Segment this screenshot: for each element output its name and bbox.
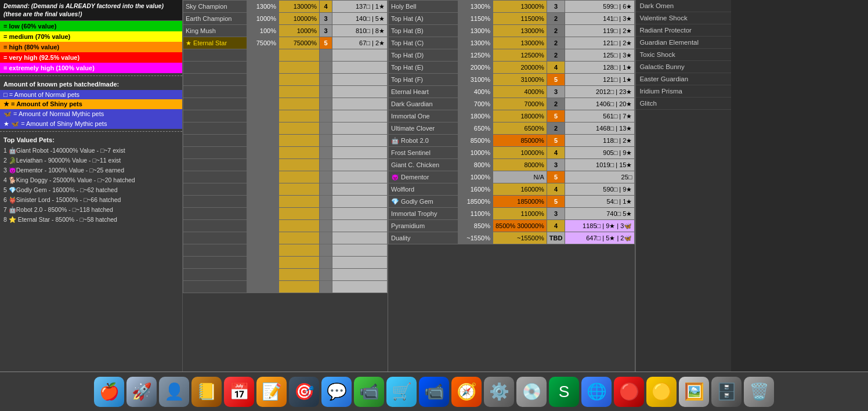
normal-icon: □ [3, 91, 8, 98]
dock-launchpad[interactable]: 🚀 [126, 377, 157, 407]
demand-header: Demand: (Demand is ALREADY factored into… [0, 0, 182, 21]
dock-contacts[interactable]: 👤 [159, 377, 189, 407]
pet-name: 💎 Godly Gem [389, 196, 458, 208]
empty-row [183, 183, 388, 196]
pet-name: Ultimate Clover [389, 122, 458, 135]
table-row: Earth Champion1000%10000%3140□ | 5★ [183, 13, 388, 25]
counts-cell: 25□ [565, 171, 635, 183]
pct1: 7500% [247, 37, 279, 49]
right-pets-list: Dark OmenValentine ShockRadiant Protecto… [636, 0, 731, 110]
pet-name: Top Hat (C) [389, 37, 458, 49]
demand-cell: 4 [320, 1, 332, 13]
legend-medium: = medium (70% value) [0, 31, 182, 42]
pet-name: 🤖 Robot 2.0 [389, 135, 458, 147]
counts-cell: 54□ | 1★ [565, 196, 635, 208]
dock-notes[interactable]: 📒 [191, 377, 222, 407]
empty-row [183, 171, 388, 183]
pct2: 13000% [493, 25, 547, 37]
table-row: Eternal Heart400%4000%32012□ | 23★ [389, 86, 635, 98]
dock-chrome[interactable]: 🌐 [581, 377, 612, 407]
right-pet-name: Glitch [636, 98, 731, 110]
counts-cell: 740□ 5★ [565, 208, 635, 220]
pct1: 1300% [458, 25, 493, 37]
pet-name: Eternal Heart [389, 86, 458, 98]
dock-zoom[interactable]: 📹 [419, 377, 449, 407]
dock-preview[interactable]: 🖼️ [679, 377, 709, 407]
counts-cell: 140□ | 5★ [332, 13, 388, 25]
dock-calendar[interactable]: 📅 [224, 377, 254, 407]
table-row: Duality~1550%~15500%TBD647□ | 5★ | 2🦋 [389, 232, 635, 244]
table-row: Top Hat (D)1250%12500%2125□ | 3★ [389, 49, 635, 62]
legend-shiny-mythic: ★ 🦋 = Amount of Shiny Mythic pets [0, 119, 182, 129]
content-wrapper: Demand: (Demand is ALREADY factored into… [0, 0, 868, 372]
counts-cell: 121□ | 2★ [565, 37, 635, 49]
dock-messages[interactable]: 💬 [321, 377, 352, 407]
pet-name: Top Hat (D) [389, 49, 458, 62]
right-sidebar: Dark OmenValentine ShockRadiant Protecto… [635, 0, 731, 372]
table-row: 💎 Godly Gem18500%185000%554□ | 1★ [389, 196, 635, 208]
demand-cell: 4 [547, 147, 565, 159]
dock-finder2[interactable]: 🗄️ [711, 377, 742, 407]
dock-dvd[interactable]: 💿 [516, 377, 547, 407]
normal-label: = Amount of Normal pets [9, 91, 79, 98]
table-row: Immortal One1800%18000%5561□ | 7★ [389, 110, 635, 122]
dock-safari[interactable]: 🧭 [451, 377, 482, 407]
counts-cell: 1406□ | 20★ [565, 98, 635, 110]
table-row: Top Hat (C)1300%13000%2121□ | 2★ [389, 37, 635, 49]
pct2: 31000% [493, 74, 547, 86]
dock-facetime[interactable]: 📹 [354, 377, 384, 407]
demand-cell: 5 [320, 37, 332, 49]
dock-slack[interactable]: S [549, 377, 579, 407]
dock-appstore[interactable]: 🛒 [386, 377, 417, 407]
legend-shiny: ★ = Amount of Shiny pets [0, 99, 182, 109]
pet-name: Top Hat (E) [389, 62, 458, 74]
counts-cell: 590□ | 9★ [565, 183, 635, 196]
empty-row [183, 74, 388, 86]
pet-name: ★ Eternal Star [183, 37, 247, 49]
empty-row [183, 98, 388, 110]
dock-finder[interactable]: 🍎 [94, 377, 124, 407]
dock-opera[interactable]: 🔴 [614, 377, 644, 407]
demand-cell: 5 [547, 135, 565, 147]
demand-cell: 2 [547, 13, 565, 25]
table-row: Holy Bell1300%13000%3599□ | 6★ [389, 1, 635, 13]
counts-cell: 647□ | 5★ | 2🦋 [565, 232, 635, 244]
pet-name: Top Hat (A) [389, 13, 458, 25]
pct1: 650% [458, 122, 493, 135]
pct1: 8500% [458, 135, 493, 147]
pct1: 1800% [458, 110, 493, 122]
right-pet-name: Dark Omen [636, 0, 731, 12]
table-row: 🤖 Robot 2.08500%85000%5118□ | 2★ [389, 135, 635, 147]
pct1: 1150% [458, 13, 493, 25]
amount-header: Amount of known pets hatched/made: [0, 78, 182, 90]
pct2: 10000% [279, 13, 320, 25]
counts-cell: 1185□ | 9★ | 3🦋 [565, 220, 635, 232]
empty-row [183, 122, 388, 135]
table-row: Top Hat (F)3100%31000%5121□ | 1★ [389, 74, 635, 86]
table-row: Top Hat (A)1150%11500%2141□ | 3★ [389, 13, 635, 25]
demand-cell: 2 [547, 98, 565, 110]
pct1: 800% [458, 159, 493, 171]
dock-trash[interactable]: 🗑️ [744, 377, 774, 407]
top-valued-item: 2 🐊Leviathan - 90000% Value - □~11 exist [0, 156, 182, 165]
dock-reminders[interactable]: 🎯 [289, 377, 319, 407]
dock-mining[interactable]: 🟡 [646, 377, 677, 407]
pet-name: Top Hat (F) [389, 74, 458, 86]
dock-sysprefs[interactable]: ⚙️ [484, 377, 514, 407]
pct2: 12500% [493, 49, 547, 62]
pet-name: Earth Champion [183, 13, 247, 25]
pct1: 1000% [247, 13, 279, 25]
pct1: 1000% [458, 171, 493, 183]
empty-row [183, 159, 388, 171]
pet-name: Immortal Trophy [389, 208, 458, 220]
pct2: 10000% [493, 147, 547, 159]
pct2: 85000% [493, 135, 547, 147]
shiny-mythic-label: = Amount of Shiny Mythic pets [21, 120, 107, 127]
pet-name: Immortal One [389, 110, 458, 122]
pct1: 700% [458, 98, 493, 110]
col-group-2: Holy Bell1300%13000%3599□ | 6★Top Hat (A… [388, 0, 635, 372]
demand-cell: 2 [547, 37, 565, 49]
dock-stickies[interactable]: 📝 [256, 377, 287, 407]
right-pet-name: Galactic Bunny [636, 61, 731, 73]
pct1: 18500% [458, 196, 493, 208]
